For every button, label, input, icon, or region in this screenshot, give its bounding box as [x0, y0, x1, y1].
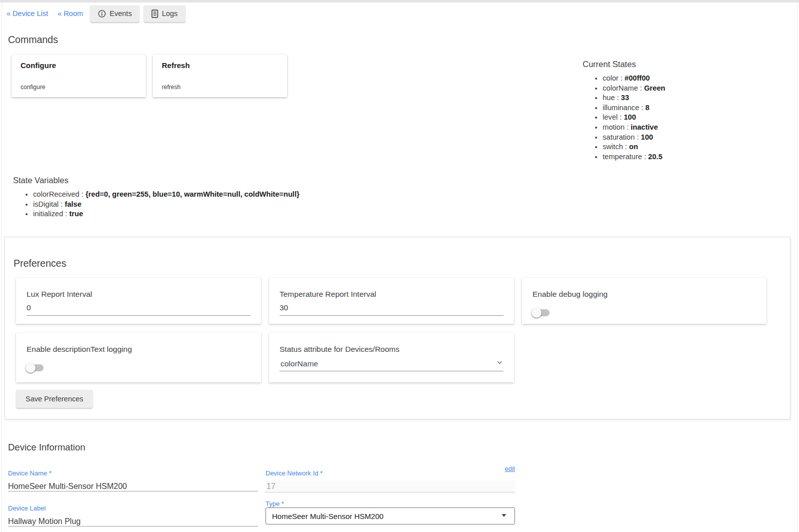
command-title: Refresh	[162, 61, 278, 70]
command-card-configure[interactable]: Configure configure	[12, 55, 146, 97]
temperature-report-interval-input[interactable]: 30	[280, 303, 503, 316]
device-name-input[interactable]: HomeSeer Multi-Sensor HSM200	[8, 481, 258, 491]
variable-item: colorReceived : {red=0, green=255, blue=…	[33, 190, 514, 200]
logs-button[interactable]: Logs	[144, 6, 185, 22]
device-network-id-input: 17	[265, 480, 515, 492]
edit-link[interactable]: edit	[505, 465, 515, 472]
state-item: color : #00ff00	[603, 74, 793, 84]
command-title: Configure	[21, 61, 137, 70]
events-button-label: Events	[110, 10, 132, 18]
device-type-label: Type *	[265, 500, 515, 508]
state-item: hue : 33	[603, 93, 793, 103]
chevron-down-icon	[496, 359, 503, 368]
debug-logging-toggle[interactable]	[532, 309, 550, 316]
events-button[interactable]: Events	[90, 6, 139, 22]
current-states-section: Current States color : #00ff00 colorName…	[583, 60, 793, 162]
command-card-refresh[interactable]: Refresh refresh	[153, 55, 287, 97]
logs-button-label: Logs	[162, 10, 177, 18]
current-states-heading: Current States	[583, 60, 793, 69]
command-method: configure	[21, 84, 137, 91]
dropdown-caret-icon	[498, 509, 509, 522]
device-information-heading: Device Information	[8, 442, 85, 453]
commands-heading: Commands	[8, 34, 58, 46]
device-type-field: Type * HomeSeer Multi-Sensor HSM200	[265, 500, 515, 524]
debug-logging-label: Enable debug logging	[532, 290, 756, 299]
state-item: switch : on	[603, 142, 793, 152]
device-label-input[interactable]: Hallway Motion Plug	[8, 516, 258, 526]
variable-item: initialized : true	[33, 209, 514, 219]
window-top-edge	[0, 0, 799, 3]
preferences-panel: Preferences Lux Report Interval 0 Temper…	[5, 237, 790, 419]
device-label-field: Device Label Hallway Motion Plug	[8, 504, 258, 526]
state-item: colorName : Green	[603, 84, 793, 94]
device-list-link[interactable]: « Device List	[7, 10, 48, 18]
description-logging-label: Enable descriptionText logging	[27, 345, 250, 354]
page-left-edge	[2, 3, 2, 532]
pref-card-description-logging: Enable descriptionText logging	[16, 333, 261, 382]
device-type-value: HomeSeer Multi-Sensor HSM200	[272, 512, 384, 520]
state-variables-heading: State Variables	[13, 176, 514, 185]
command-cards: Configure configure Refresh refresh	[12, 55, 287, 97]
state-variables-list: colorReceived : {red=0, green=255, blue=…	[13, 190, 514, 219]
page-right-edge	[797, 3, 797, 532]
save-preferences-button[interactable]: Save Preferences	[16, 390, 93, 408]
state-item: saturation : 100	[603, 133, 793, 143]
status-attribute-value: colorName	[280, 359, 318, 368]
command-method: refresh	[162, 84, 278, 91]
pref-card-status-attribute: Status attribute for Devices/Rooms color…	[269, 333, 514, 382]
device-network-id-label: Device Network Id *	[265, 469, 515, 477]
document-icon	[151, 10, 158, 18]
info-icon	[98, 10, 106, 18]
status-attribute-label: Status attribute for Devices/Rooms	[280, 345, 503, 354]
state-item: motion : inactive	[603, 123, 793, 133]
top-nav: « Device List « Room Events Logs	[7, 5, 185, 22]
preferences-grid: Lux Report Interval 0 Temperature Report…	[16, 278, 766, 382]
device-type-select[interactable]: HomeSeer Multi-Sensor HSM200	[265, 507, 515, 524]
pref-card-temperature-report-interval: Temperature Report Interval 30	[269, 278, 514, 324]
status-attribute-select[interactable]: colorName	[280, 359, 503, 371]
state-variables-section: State Variables colorReceived : {red=0, …	[13, 176, 514, 219]
toggle-knob	[26, 363, 36, 373]
toggle-knob	[531, 308, 542, 318]
state-item: temperature : 20.5	[603, 152, 793, 162]
temperature-report-interval-label: Temperature Report Interval	[280, 290, 503, 299]
lux-report-interval-label: Lux Report Interval	[27, 290, 250, 299]
state-item: illuminance : 8	[603, 103, 793, 113]
pref-card-lux-report-interval: Lux Report Interval 0	[16, 278, 261, 324]
room-link[interactable]: « Room	[58, 10, 83, 18]
device-name-field: Device Name * HomeSeer Multi-Sensor HSM2…	[8, 469, 258, 491]
lux-report-interval-input[interactable]: 0	[27, 303, 250, 316]
device-label-label: Device Label	[8, 504, 258, 512]
device-network-id-field: edit Device Network Id * 17	[265, 469, 515, 492]
pref-card-debug-logging: Enable debug logging	[522, 278, 766, 324]
device-name-label: Device Name *	[8, 469, 258, 477]
state-item: level : 100	[603, 113, 793, 123]
current-states-list: color : #00ff00 colorName : Green hue : …	[583, 74, 793, 162]
variable-item: isDigital : false	[33, 200, 514, 210]
preferences-heading: Preferences	[14, 258, 66, 269]
description-logging-toggle[interactable]	[27, 364, 44, 371]
